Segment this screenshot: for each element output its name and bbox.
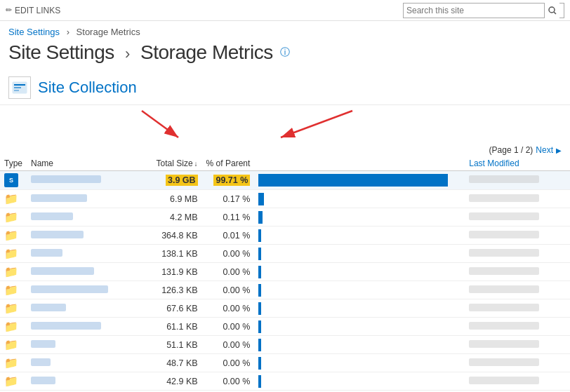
- page-title-area: Site Settings › Storage Metrics ⓘ: [0, 40, 570, 71]
- cell-name[interactable]: [27, 354, 139, 372]
- table-row[interactable]: 📁67.6 KB0.00 %: [0, 299, 570, 318]
- bar-outer: [258, 229, 455, 242]
- pct-value: 0.00 %: [223, 304, 250, 313]
- bar-outer: [258, 375, 455, 388]
- bar-fill: [258, 375, 261, 388]
- table-row[interactable]: 📁42.9 KB0.00 %: [0, 372, 570, 391]
- pagination-next[interactable]: Next: [536, 145, 553, 155]
- folder-icon: 📁: [4, 211, 18, 223]
- cell-modified: [465, 171, 570, 190]
- name-blur: [31, 340, 55, 348]
- cell-pct: 0.00 %: [202, 354, 255, 372]
- search-input[interactable]: [404, 6, 544, 15]
- date-blur: [469, 212, 539, 220]
- cell-name[interactable]: [27, 190, 139, 208]
- breadcrumb-parent[interactable]: Site Settings: [8, 27, 60, 37]
- table-row[interactable]: 📁131.9 KB0.00 %: [0, 263, 570, 281]
- size-value: 42.9 KB: [166, 377, 197, 386]
- bar-fill: [258, 211, 263, 224]
- cell-name[interactable]: [27, 281, 139, 299]
- cell-size: 6.9 MB: [139, 190, 202, 208]
- date-blur: [469, 377, 539, 384]
- size-value: 3.9 GB: [166, 175, 198, 186]
- pagination-row: (Page 1 / 2) Next ▶: [0, 144, 570, 156]
- name-blur: [31, 194, 87, 202]
- col-header-pct[interactable]: % of Parent: [202, 156, 255, 171]
- cell-type: 📁: [0, 245, 27, 263]
- pct-value: 0.11 %: [223, 212, 250, 222]
- size-value: 4.2 MB: [170, 212, 198, 222]
- site-collection-icon: [8, 76, 31, 99]
- table-row[interactable]: 📁4.2 MB0.11 %: [0, 208, 570, 227]
- bar-outer: [258, 302, 455, 315]
- edit-links-button[interactable]: ✏ EDIT LINKS: [6, 6, 60, 15]
- cell-type: 📁: [0, 299, 27, 318]
- cell-size: 126.3 KB: [139, 281, 202, 299]
- pagination-chevron-icon: ▶: [556, 147, 562, 154]
- cell-bar: [254, 190, 465, 208]
- search-button[interactable]: [544, 3, 559, 18]
- cell-name[interactable]: [27, 171, 139, 190]
- svg-rect-4: [14, 87, 21, 88]
- name-blur: [31, 267, 94, 275]
- name-blur: [31, 304, 66, 311]
- cell-name[interactable]: [27, 227, 139, 245]
- cell-name[interactable]: [27, 336, 139, 354]
- date-blur: [469, 322, 539, 330]
- bar-outer: [258, 320, 455, 333]
- table-row[interactable]: 📁126.3 KB0.00 %: [0, 281, 570, 299]
- bar-outer: [258, 174, 455, 187]
- annotation-arrows: [8, 105, 562, 144]
- cell-type: 📁: [0, 372, 27, 391]
- cell-size: 364.8 KB: [139, 227, 202, 245]
- cell-pct: 99.71 %: [202, 171, 255, 190]
- table-row[interactable]: 📁51.1 KB0.00 %: [0, 336, 570, 354]
- cell-name[interactable]: [27, 299, 139, 318]
- table-row[interactable]: 📁6.9 MB0.17 %: [0, 190, 570, 208]
- cell-modified: [465, 299, 570, 318]
- table-row[interactable]: 📁364.8 KB0.01 %: [0, 227, 570, 245]
- cell-name[interactable]: [27, 208, 139, 227]
- name-blur: [31, 231, 84, 238]
- pct-value: 0.00 %: [223, 340, 250, 350]
- table-row[interactable]: 📁61.1 KB0.00 %: [0, 318, 570, 336]
- cell-size: 131.9 KB: [139, 263, 202, 281]
- cell-bar: [254, 318, 465, 336]
- cell-type: 📁: [0, 354, 27, 372]
- pct-value: 0.00 %: [223, 358, 250, 368]
- sp-icon: S: [4, 173, 18, 187]
- col-header-size[interactable]: Total Size↓: [139, 156, 202, 171]
- info-icon[interactable]: ⓘ: [280, 46, 290, 59]
- table-row[interactable]: 📁48.7 KB0.00 %: [0, 354, 570, 372]
- bar-fill: [258, 339, 261, 351]
- cell-size: 42.9 KB: [139, 372, 202, 391]
- date-blur: [469, 285, 539, 293]
- folder-icon: 📁: [4, 248, 18, 259]
- bar-outer: [258, 339, 455, 351]
- name-blur: [31, 249, 62, 257]
- table-row[interactable]: 📁138.1 KB0.00 %: [0, 245, 570, 263]
- storage-table: Type Name Total Size↓ % of Parent Last M…: [0, 156, 570, 391]
- pct-value: 0.00 %: [223, 267, 250, 277]
- bar-fill: [258, 302, 261, 315]
- cell-name[interactable]: [27, 263, 139, 281]
- table-row[interactable]: S3.9 GB99.71 %: [0, 171, 570, 190]
- cell-pct: 0.01 %: [202, 227, 255, 245]
- date-blur: [469, 249, 539, 257]
- cell-name[interactable]: [27, 372, 139, 391]
- cell-bar: [254, 336, 465, 354]
- folder-icon: 📁: [4, 266, 18, 278]
- cell-pct: 0.00 %: [202, 299, 255, 318]
- cell-size: 51.1 KB: [139, 336, 202, 354]
- bar-fill: [258, 174, 448, 187]
- size-value: 6.9 MB: [170, 194, 198, 204]
- cell-name[interactable]: [27, 318, 139, 336]
- col-header-name[interactable]: Name: [27, 156, 139, 171]
- cell-bar: [254, 281, 465, 299]
- cell-size: 4.2 MB: [139, 208, 202, 227]
- cell-name[interactable]: [27, 245, 139, 263]
- cell-size: 138.1 KB: [139, 245, 202, 263]
- col-header-modified[interactable]: Last Modified: [465, 156, 570, 171]
- cell-pct: 0.11 %: [202, 208, 255, 227]
- search-icon: [548, 6, 557, 15]
